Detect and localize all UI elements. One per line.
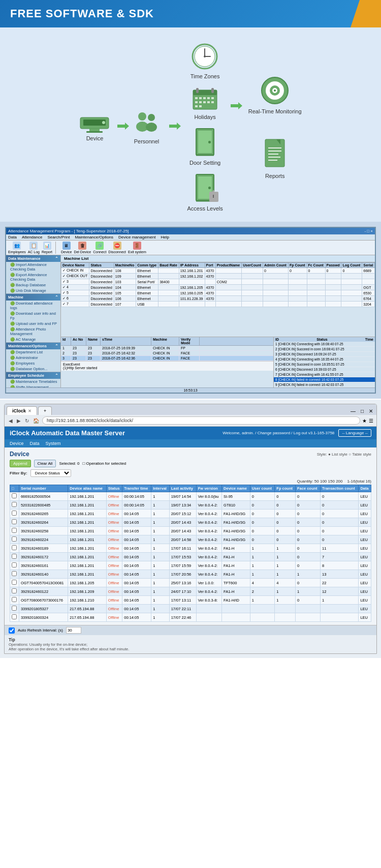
- filter-dropdown[interactable]: Device Status: [30, 469, 71, 477]
- table-row[interactable]: ✓ CHECK OUTDisconnected109Ethernet192.16…: [61, 274, 375, 279]
- table-row[interactable]: 3929182460140192.168.1.201Offline00:14:0…: [10, 570, 371, 579]
- table-row[interactable]: 52031822600485192.168.1.201Offline00:00:…: [10, 501, 371, 510]
- qty-values[interactable]: 50: [314, 479, 319, 484]
- menu-help[interactable]: Help: [161, 235, 169, 240]
- style-toggle[interactable]: Style: ● List style ○ Table style: [317, 452, 371, 457]
- sidebar-upload-user[interactable]: 🟢 Upload user info and FP: [6, 321, 60, 326]
- btn-exit[interactable]: 🚪 Exit system: [128, 242, 146, 254]
- nav-data[interactable]: Data: [30, 440, 40, 446]
- row-checkbox[interactable]: [12, 554, 17, 559]
- table-row[interactable]: OGT70400570413O0081192.168.1.205Offline0…: [10, 579, 371, 587]
- table-row[interactable]: 3929182460264192.168.1.201Offline00:14:0…: [10, 518, 371, 527]
- table-row[interactable]: ✓ 3Disconnected103Serial Port/38400COM2: [61, 279, 375, 285]
- sidebar-admin[interactable]: 🟢 Administrator: [6, 355, 60, 361]
- sidebar-db-opts[interactable]: 🟢 Database Option...: [6, 366, 60, 372]
- btn-device[interactable]: 🖥 Device: [61, 242, 72, 254]
- sidebar-timetables[interactable]: 🟢 Maintenance Timetables: [6, 379, 60, 384]
- list-item[interactable]: 22323 2018-07-25 16:42:32CHECK INFACE: [61, 351, 273, 356]
- table-row[interactable]: ✓ 4Disconnected104Ethernet192.168.1.2054…: [61, 285, 375, 290]
- table-row[interactable]: OGT7080067073000176192.168.1.210Offline0…: [10, 596, 371, 605]
- sidebar-export[interactable]: 🟢 Export Attendance Checking Data: [6, 272, 60, 282]
- list-item[interactable]: 12323 2018-07-25 16:09:39CHECK INFP: [61, 346, 273, 351]
- menu-search[interactable]: Search/Print: [47, 235, 70, 240]
- row-checkbox[interactable]: [12, 536, 17, 542]
- sidebar-unb[interactable]: 🟢 Unb Disk Manage: [6, 288, 60, 293]
- btn-del-device[interactable]: 🗑 Del Device: [74, 242, 91, 254]
- sw-title-controls[interactable]: - □ ×: [364, 229, 373, 233]
- tab-report[interactable]: 📊 Report: [42, 242, 52, 254]
- cell-face: [296, 613, 321, 622]
- tab-employees[interactable]: 👥 Employees: [8, 242, 26, 254]
- refresh-interval-input[interactable]: [66, 627, 81, 634]
- menu-maintenance[interactable]: Maintenance/Options: [75, 235, 113, 240]
- row-checkbox[interactable]: [12, 606, 17, 611]
- row-checkbox[interactable]: [12, 493, 17, 498]
- qty-100[interactable]: 100: [320, 479, 327, 484]
- table-row[interactable]: 3929182460122192.168.1.209Offline00:14:0…: [10, 587, 371, 596]
- list-item[interactable]: 32323 2018-07-25 16:42:36CHECK INFACE: [61, 356, 273, 361]
- nav-home[interactable]: 🏠: [32, 418, 40, 424]
- nav-back[interactable]: ◀: [8, 418, 14, 424]
- table-row[interactable]: ✓ 6Disconnected106Ethernet101.81.228.394…: [61, 296, 375, 302]
- sidebar-employees[interactable]: 🟢 Employees: [6, 361, 60, 366]
- browser-close[interactable]: ✕: [367, 408, 374, 414]
- sidebar-dept[interactable]: 🟢 Department List: [6, 349, 60, 355]
- browser-maximize[interactable]: □: [359, 408, 365, 414]
- nav-device[interactable]: Device: [10, 440, 24, 446]
- language-btn[interactable]: -- Language --: [338, 429, 371, 437]
- menu-data[interactable]: Data: [8, 235, 17, 240]
- auto-refresh-checkbox[interactable]: [9, 627, 15, 634]
- btn-connect[interactable]: 🔗 Connect: [93, 242, 106, 254]
- row-checkbox[interactable]: [12, 511, 17, 516]
- qty-200[interactable]: 200: [336, 479, 342, 484]
- menu-device-mgmt[interactable]: Device management: [118, 235, 155, 240]
- sidebar-import[interactable]: 🟢 Import Attendance Checking Data: [6, 262, 60, 272]
- cell-tx: 0: [321, 492, 359, 501]
- table-row[interactable]: ✓ CHECK INDisconnected108Ethernet192.168…: [61, 268, 375, 274]
- row-checkbox[interactable]: [12, 614, 17, 619]
- row-checkbox[interactable]: [12, 580, 17, 585]
- sidebar-shifts[interactable]: 🟢 Shifts Management: [6, 384, 60, 387]
- row-checkbox[interactable]: [12, 562, 17, 567]
- sidebar-backup[interactable]: 🟢 Backup Database: [6, 282, 60, 288]
- btn-append[interactable]: Append: [10, 460, 31, 467]
- browser-tab-iclock[interactable]: iClock ✕: [7, 406, 37, 415]
- table-row[interactable]: 3929182460172192.168.1.201Offline00:14:0…: [10, 553, 371, 561]
- table-row[interactable]: 3929182460161192.168.1.201Offline00:14:0…: [10, 561, 371, 570]
- sidebar-download-user[interactable]: 🟢 Download user info and Fp: [6, 311, 60, 321]
- row-checkbox[interactable]: [12, 571, 17, 576]
- table-row[interactable]: 3929182460189192.168.1.201Offline00:14:0…: [10, 544, 371, 553]
- nav-forward[interactable]: ▶: [16, 418, 22, 424]
- table-row[interactable]: 66691825000504192.168.1.201Offline00:00:…: [10, 492, 371, 501]
- browser-star[interactable]: ★: [362, 418, 367, 424]
- nav-system[interactable]: System: [46, 440, 61, 446]
- row-checkbox[interactable]: [12, 502, 17, 507]
- qty-150[interactable]: 150: [328, 479, 335, 484]
- btn-disconnect[interactable]: ⛔ Disconnect: [108, 242, 126, 254]
- btn-clear-all[interactable]: Clear All: [34, 460, 56, 467]
- row-checkbox[interactable]: [12, 528, 17, 533]
- row-checkbox[interactable]: [12, 597, 17, 602]
- table-row[interactable]: 3929182460224192.168.1.201Offline00:14:0…: [10, 535, 371, 544]
- row-checkbox[interactable]: [12, 545, 17, 550]
- time-zones-icon: [191, 43, 219, 71]
- nav-refresh[interactable]: ↻: [24, 418, 30, 424]
- sidebar-photo[interactable]: 🟢 Attendance Photo Management: [6, 326, 60, 337]
- table-row[interactable]: 3929182460265192.168.1.201Offline00:14:0…: [10, 510, 371, 518]
- sidebar-download-logs[interactable]: 🟢 Download attendance logs: [6, 301, 60, 311]
- browser-menu[interactable]: ☰: [369, 418, 373, 424]
- row-checkbox[interactable]: [12, 588, 17, 593]
- table-row[interactable]: 3399201805327217.65.194.88Offline00:14:0…: [10, 605, 371, 613]
- row-checkbox[interactable]: [12, 519, 17, 524]
- table-row[interactable]: ✓ 7Disconnected107USB3204: [61, 302, 375, 307]
- sidebar-ac-manage[interactable]: 🟢 AC Manage: [6, 337, 60, 342]
- browser-minimize[interactable]: —: [349, 408, 357, 414]
- tab-ac-log[interactable]: 📋 AC Log: [28, 242, 40, 254]
- tab-close[interactable]: ✕: [28, 409, 31, 413]
- url-bar[interactable]: http://192.168.1.88:8082/iclock/data/icl…: [42, 416, 360, 425]
- browser-tab-new[interactable]: +: [38, 406, 52, 415]
- table-row[interactable]: ✓ 5Disconnected105Ethernet192.168.0.2054…: [61, 290, 375, 296]
- table-row[interactable]: 3929182460258192.168.1.201Offline00:14:0…: [10, 527, 371, 535]
- menu-attendance[interactable]: Attendance: [22, 235, 42, 240]
- table-row[interactable]: 3399201800324217.65.194.88Offline00:14:0…: [10, 613, 371, 622]
